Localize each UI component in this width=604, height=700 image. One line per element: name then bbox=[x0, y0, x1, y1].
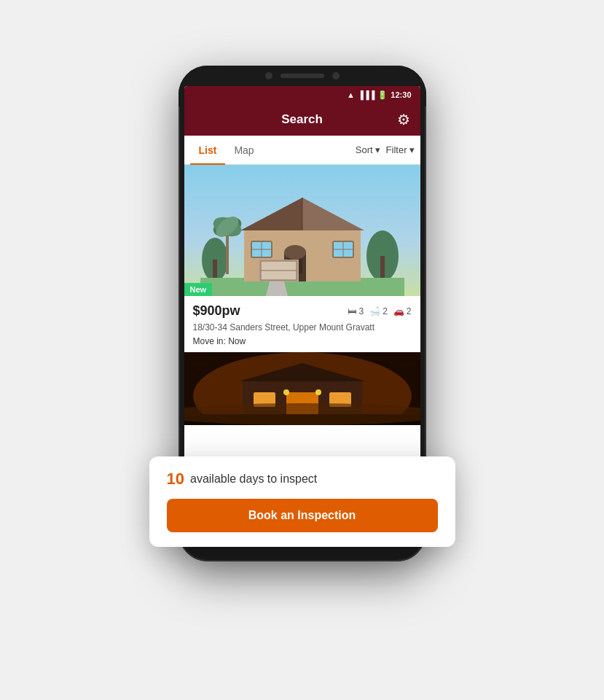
baths-amenity: 🛁 2 bbox=[369, 306, 388, 316]
svg-point-37 bbox=[315, 389, 321, 395]
bed-icon: 🛏 bbox=[348, 306, 356, 316]
move-in-text: Move in: Now bbox=[193, 336, 412, 346]
evening-house-svg bbox=[184, 352, 420, 425]
car-icon: 🚗 bbox=[393, 306, 404, 316]
inspect-text: available days to inspect bbox=[190, 472, 317, 486]
property-card-1[interactable]: New $900pw 🛏 3 🛁 bbox=[184, 165, 420, 352]
filter-button[interactable]: Filter ▾ bbox=[386, 144, 415, 155]
status-icons: ▲ ▐▐▐ 🔋 12:30 bbox=[347, 90, 411, 100]
wifi-icon: ▲ bbox=[347, 90, 355, 99]
inspect-count-row: 10 available days to inspect bbox=[167, 470, 438, 489]
new-badge: New bbox=[184, 283, 213, 296]
top-tabs: List Map Sort ▾ Filter ▾ bbox=[184, 136, 420, 165]
price-row: $900pw 🛏 3 🛁 2 bbox=[193, 303, 412, 319]
baths-count: 2 bbox=[383, 306, 388, 316]
svg-marker-22 bbox=[266, 281, 288, 296]
app-header: Search ⚙ bbox=[184, 104, 420, 136]
svg-rect-23 bbox=[226, 230, 229, 274]
camera-dot-right bbox=[332, 72, 340, 79]
filter-chevron-icon: ▾ bbox=[409, 144, 415, 155]
svg-point-12 bbox=[284, 245, 306, 260]
parking-count: 2 bbox=[407, 306, 412, 316]
signal-icon: ▐▐▐ bbox=[358, 90, 374, 99]
svg-point-35 bbox=[184, 403, 420, 425]
sort-filter-group: Sort ▾ Filter ▾ bbox=[356, 144, 415, 155]
battery-status: 🔋 bbox=[377, 90, 388, 100]
sort-button[interactable]: Sort ▾ bbox=[356, 144, 380, 155]
header-title: Search bbox=[281, 112, 323, 127]
property-address: 18/30-34 Sanders Street, Upper Mount Gra… bbox=[193, 322, 412, 334]
tab-map[interactable]: Map bbox=[225, 136, 262, 165]
beds-count: 3 bbox=[358, 306, 364, 316]
property-card-2-partial[interactable] bbox=[184, 352, 420, 425]
camera-dot bbox=[265, 72, 272, 79]
inspection-popup: 10 available days to inspect Book an Ins… bbox=[149, 456, 455, 547]
inspect-count: 10 bbox=[167, 470, 184, 489]
phone-top-bar bbox=[179, 66, 426, 86]
time-display: 12:30 bbox=[391, 90, 411, 99]
status-bar: ▲ ▐▐▐ 🔋 12:30 bbox=[184, 86, 420, 104]
sort-chevron-icon: ▾ bbox=[375, 144, 380, 155]
property-info-1: $900pw 🛏 3 🛁 2 bbox=[184, 296, 420, 352]
screen-content: List Map Sort ▾ Filter ▾ bbox=[184, 136, 420, 497]
evening-house-bg bbox=[184, 352, 420, 425]
svg-marker-7 bbox=[302, 198, 364, 230]
bath-icon: 🛁 bbox=[369, 306, 380, 316]
speaker bbox=[281, 74, 324, 78]
settings-icon[interactable]: ⚙ bbox=[397, 111, 410, 128]
property-image-1: New bbox=[184, 165, 420, 296]
amenities: 🛏 3 🛁 2 🚗 2 bbox=[348, 306, 411, 316]
book-inspection-button[interactable]: Book an Inspection bbox=[167, 499, 438, 532]
tab-list[interactable]: List bbox=[190, 136, 226, 165]
parking-amenity: 🚗 2 bbox=[393, 306, 412, 316]
svg-marker-6 bbox=[240, 198, 302, 230]
price-display: $900pw bbox=[193, 303, 240, 319]
svg-point-36 bbox=[283, 389, 289, 395]
beds-amenity: 🛏 3 bbox=[348, 306, 364, 316]
house-illustration bbox=[200, 165, 404, 296]
